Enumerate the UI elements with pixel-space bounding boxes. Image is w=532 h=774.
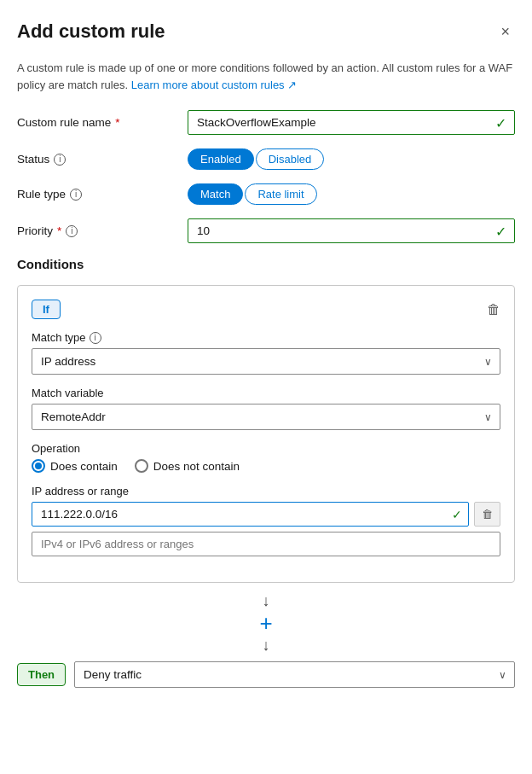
ip-delete-icon: 🗑	[482, 508, 493, 521]
ip-input-wrapper: ✓	[32, 502, 469, 527]
priority-label: Priority * i	[17, 224, 188, 237]
status-label: Status i	[17, 153, 188, 166]
panel-header: Add custom rule ×	[17, 20, 515, 43]
external-link-icon: ↗	[287, 79, 297, 91]
delete-condition-button[interactable]: 🗑	[487, 302, 500, 317]
match-type-select-wrapper: IP address Geo location Request URI Requ…	[32, 348, 500, 375]
ip-range-label: IP address or range	[32, 485, 500, 498]
priority-row: Priority * i ✓	[17, 218, 515, 243]
if-badge: If	[32, 300, 61, 319]
priority-input[interactable]	[188, 218, 515, 243]
priority-input-wrapper: ✓	[188, 218, 515, 243]
conditions-title: Conditions	[17, 257, 515, 271]
add-custom-rule-panel: Add custom rule × A custom rule is made …	[0, 0, 532, 705]
status-enabled-button[interactable]: Enabled	[188, 148, 254, 170]
then-badge: Then	[17, 663, 66, 686]
check-icon: ✓	[495, 114, 506, 131]
description-text: A custom rule is made up of one or more …	[17, 60, 515, 93]
then-select[interactable]: Deny traffic Allow traffic Log	[74, 661, 515, 688]
required-star: *	[115, 116, 119, 129]
match-type-select[interactable]: IP address Geo location Request URI Requ…	[32, 348, 500, 375]
custom-rule-name-input-wrapper: ✓	[188, 110, 515, 135]
rule-type-toggle-group: Match Rate limit	[188, 183, 515, 205]
custom-rule-name-label: Custom rule name *	[17, 116, 188, 129]
match-variable-select-wrapper: RemoteAddr ∨	[32, 404, 500, 430]
match-variable-select[interactable]: RemoteAddr	[32, 404, 500, 430]
learn-more-link[interactable]: Learn more about custom rules ↗	[131, 79, 298, 91]
ip-value-input[interactable]	[32, 502, 469, 527]
match-variable-field: Match variable RemoteAddr ∨	[32, 387, 500, 430]
condition-card-header: If 🗑	[32, 300, 500, 319]
status-toggle-group: Enabled Disabled	[188, 148, 515, 170]
custom-rule-name-row: Custom rule name * ✓	[17, 110, 515, 135]
then-row: Then Deny traffic Allow traffic Log ∨	[17, 661, 515, 688]
ip-range-field: IP address or range ✓ 🗑	[32, 485, 500, 556]
arrow-down-icon-1: ↓	[263, 593, 270, 608]
conditions-section: Conditions If 🗑 Match type i IP address …	[17, 257, 515, 688]
operation-radio-group: Does contain Does not contain	[32, 459, 500, 473]
operation-does-contain-option[interactable]: Does contain	[32, 459, 118, 473]
priority-required-star: *	[57, 224, 61, 237]
rule-type-row: Rule type i Match Rate limit	[17, 183, 515, 205]
status-disabled-button[interactable]: Disabled	[256, 148, 325, 170]
rule-type-label: Rule type i	[17, 188, 188, 201]
priority-info-icon[interactable]: i	[66, 225, 78, 237]
operation-field: Operation Does contain Does not contain	[32, 442, 500, 473]
rule-type-match-button[interactable]: Match	[188, 183, 243, 205]
operation-does-not-contain-option[interactable]: Does not contain	[135, 459, 240, 473]
ip-input-row: ✓ 🗑	[32, 502, 500, 527]
condition-card: If 🗑 Match type i IP address Geo locatio…	[17, 285, 515, 583]
close-button[interactable]: ×	[495, 21, 515, 43]
panel-title: Add custom rule	[17, 20, 165, 43]
custom-rule-name-input[interactable]	[188, 110, 515, 135]
flow-arrows: ↓ + ↓	[17, 593, 515, 653]
match-type-field: Match type i IP address Geo location Req…	[32, 331, 500, 375]
ip-delete-button[interactable]: 🗑	[474, 502, 500, 527]
operation-label: Operation	[32, 442, 500, 455]
does-contain-radio[interactable]	[32, 459, 45, 473]
match-type-info-icon[interactable]: i	[90, 332, 101, 344]
ip-placeholder-input[interactable]	[32, 532, 500, 556]
arrow-down-icon-2: ↓	[263, 637, 270, 653]
status-info-icon[interactable]: i	[54, 154, 66, 166]
match-variable-label: Match variable	[32, 387, 500, 399]
then-select-wrapper: Deny traffic Allow traffic Log ∨	[74, 661, 515, 688]
does-not-contain-radio[interactable]	[135, 459, 148, 473]
rule-type-info-icon[interactable]: i	[70, 189, 82, 201]
ip-check-icon: ✓	[452, 508, 462, 521]
rule-type-ratelimit-button[interactable]: Rate limit	[245, 183, 316, 205]
add-condition-button[interactable]: +	[259, 612, 272, 634]
match-type-label: Match type i	[32, 331, 500, 344]
status-row: Status i Enabled Disabled	[17, 148, 515, 170]
delete-icon: 🗑	[487, 302, 500, 317]
priority-check-icon: ✓	[495, 223, 506, 239]
